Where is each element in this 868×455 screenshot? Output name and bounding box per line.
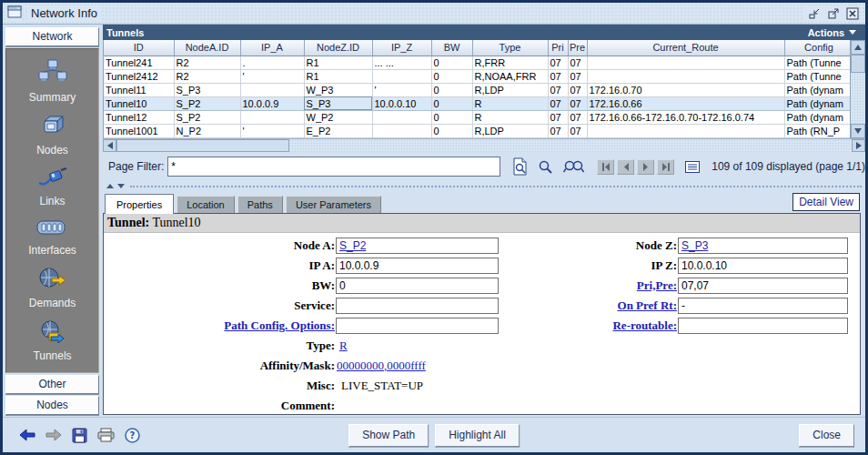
bw-field[interactable]: 0 (336, 278, 499, 294)
column-header[interactable]: BW (431, 40, 472, 56)
ip-z-field[interactable]: 10.0.0.10 (678, 258, 848, 274)
forward-button-icon[interactable] (45, 429, 62, 441)
column-header[interactable]: Type (472, 40, 548, 56)
cell: R (472, 96, 548, 110)
minimize-icon[interactable] (808, 7, 821, 20)
detail-view-button[interactable]: Detail View (792, 193, 860, 211)
zoom-search-icon[interactable] (563, 159, 584, 174)
sidebar-network-button[interactable]: Network (5, 27, 99, 46)
path-config-options-field[interactable] (336, 318, 499, 334)
cell: R,LDP (472, 124, 548, 137)
sidebar-item-demands[interactable]: Demands (29, 267, 76, 309)
cell: 172.16.0.66 (587, 96, 784, 110)
pri-pre-field[interactable]: 07,07 (678, 278, 848, 294)
service-field[interactable] (336, 298, 499, 314)
horizontal-scrollbar[interactable] (103, 138, 865, 152)
column-header[interactable]: Pri (548, 40, 568, 56)
cell: Tunnel241 (104, 56, 174, 69)
column-header[interactable]: ID (104, 40, 174, 56)
column-header[interactable]: Config (784, 40, 853, 56)
node-a-field[interactable]: S_P2 (336, 238, 499, 254)
splitter-collapse-up-icon[interactable] (106, 184, 114, 188)
sidebar-item-nodes[interactable]: Nodes (36, 114, 68, 157)
highlight-all-button[interactable]: Highlight All (435, 424, 520, 447)
type-value-link[interactable]: R (335, 339, 860, 353)
tab-properties[interactable]: Properties (105, 194, 174, 214)
close-button[interactable]: Close (799, 424, 854, 447)
ip-a-field[interactable]: 10.0.0.9 (336, 258, 499, 274)
tab-paths[interactable]: Paths (237, 196, 283, 213)
properties-panel: Tunnel: Tunnel10 Node A: S_P2 Node Z: S_… (103, 213, 861, 416)
path-config-options-label-link[interactable]: Path Config. Options: (104, 318, 335, 333)
back-button-icon[interactable] (19, 429, 35, 441)
table-row[interactable]: Tunnel241R2.R1... ...0R,FRR0707Path (Tun… (104, 56, 853, 69)
table-row[interactable]: Tunnel1001N_P2'E_P20R,LDP0707Path (RN_P (104, 124, 853, 137)
table-row[interactable]: Tunnel11S_P3W_P3'0R,LDP0707172.16.0.70Pa… (104, 83, 853, 96)
re-routable-label-link[interactable]: Re-routable: (499, 318, 677, 333)
table-row-selected[interactable]: Tunnel10S_P210.0.0.9S_P310.0.0.100R07071… (104, 96, 853, 110)
sidebar-item-tunnels[interactable]: Tunnels (33, 319, 71, 362)
search-icon[interactable] (538, 159, 553, 175)
column-header[interactable]: NodeZ.ID (304, 40, 372, 56)
cell: R2 (174, 69, 240, 83)
horizontal-scroll-thumb[interactable] (116, 139, 289, 152)
sidebar-item-label: Summary (29, 91, 76, 104)
affinity-mask-value-link[interactable]: 00000000,0000ffff (335, 359, 860, 373)
pri-pre-label-link[interactable]: Pri,Pre: (499, 278, 677, 293)
scroll-up-button[interactable] (851, 40, 865, 55)
actions-menu[interactable]: Actions (808, 27, 865, 38)
column-header[interactable]: IP_A (240, 40, 304, 56)
service-label: Service: (104, 298, 335, 313)
table-row[interactable]: Tunnel2412R2'R10R,NOAA,FRR0707Path (Tunn… (104, 69, 853, 83)
title-bar[interactable]: Network Info (3, 3, 865, 25)
cell: Path (Tunne (784, 56, 853, 69)
vertical-scrollbar[interactable] (850, 40, 865, 138)
column-header[interactable]: IP_Z (372, 40, 431, 56)
cell: W_P3 (304, 83, 372, 96)
on-pref-rt-label-link[interactable]: On Pref Rt: (499, 298, 677, 313)
re-routable-field[interactable] (678, 318, 848, 334)
sidebar-item-label: Links (39, 195, 65, 207)
vertical-scroll-thumb[interactable] (851, 55, 865, 73)
on-pref-rt-field[interactable]: - (678, 298, 848, 314)
scroll-right-button[interactable] (852, 139, 865, 152)
node-z-field[interactable]: S_P3 (678, 238, 848, 254)
sidebar-nodes-button[interactable]: Nodes (5, 396, 99, 415)
cell: R2 (174, 56, 240, 69)
node-a-label: Node A: (104, 238, 335, 253)
column-header[interactable]: Current_Route (587, 40, 784, 56)
splitter-dots (130, 186, 862, 187)
cell: 0 (431, 124, 472, 137)
splitter-handle[interactable] (103, 182, 865, 191)
close-icon[interactable] (846, 7, 859, 20)
scroll-left-button[interactable] (103, 139, 116, 152)
scroll-down-button[interactable] (851, 124, 865, 138)
main-area: Network Summary Nodes Links Interfaces (3, 25, 865, 417)
page-filter-input[interactable] (167, 157, 500, 177)
node-z-link[interactable]: S_P3 (681, 239, 708, 252)
tab-user-parameters[interactable]: User Parameters (286, 196, 381, 213)
sidebar-item-label: Nodes (36, 144, 68, 157)
table-row[interactable]: Tunnel12S_P2W_P20R0707172.16.0.66-172.16… (104, 110, 853, 124)
list-view-icon[interactable] (685, 161, 700, 173)
print-icon[interactable] (97, 428, 115, 442)
show-path-button[interactable]: Show Path (348, 424, 429, 447)
column-header[interactable]: Pre (568, 40, 587, 56)
sidebar-other-button[interactable]: Other (5, 375, 99, 394)
network-info-window: Network Info Network Summary Nodes (0, 0, 868, 455)
next-page-button[interactable] (637, 159, 654, 175)
node-a-link[interactable]: S_P2 (339, 239, 366, 252)
sidebar-item-interfaces[interactable]: Interfaces (28, 217, 76, 257)
tab-location[interactable]: Location (177, 196, 235, 213)
preview-search-icon[interactable] (512, 157, 528, 176)
help-icon[interactable]: ? (125, 428, 140, 443)
sidebar-item-links[interactable]: Links (37, 167, 68, 207)
splitter-collapse-down-icon[interactable] (117, 184, 125, 188)
maximize-icon[interactable] (827, 7, 840, 20)
last-page-button[interactable] (657, 159, 674, 175)
prev-page-button[interactable] (617, 159, 634, 175)
first-page-button[interactable] (597, 159, 614, 175)
column-header[interactable]: NodeA.ID (174, 40, 240, 56)
sidebar-item-summary[interactable]: Summary (29, 59, 76, 104)
save-icon[interactable] (72, 428, 87, 443)
